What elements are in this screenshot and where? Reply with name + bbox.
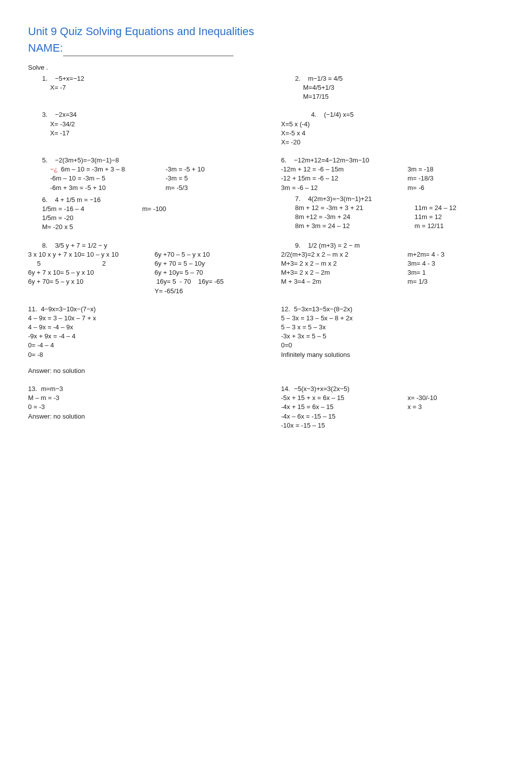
problem-step: -5x + 15 + x = 6x – 15: [281, 394, 378, 403]
problem-step: 2/2(m+3)=2 x 2 – m x 2: [281, 250, 378, 259]
problem-step: 8m + 3m = 24 – 12: [295, 222, 385, 231]
warning-icon: −¿: [50, 165, 58, 173]
page-title: Unit 9 Quiz Solving Equations and Inequa…: [28, 24, 504, 40]
problem-step: M=17/15: [303, 92, 504, 101]
problem-number: 7.: [295, 194, 306, 204]
problem-number: 8.: [42, 241, 53, 250]
problem-step: -12 + 15m = -6 – 12: [281, 174, 378, 183]
problem-answer: Answer: no solution: [28, 366, 251, 375]
problem-4: 4. (−1/4) x=5 X=5 x (-4) X=-5 x 4 X= -20: [281, 110, 504, 147]
problem-14: 14. −5(x−3)+x=3(2x−5) -5x + 15 + x = 6x …: [281, 384, 504, 430]
problem-number: 12.: [281, 305, 292, 314]
problem-6a-7: 6. −12m+12=4−12m−3m−10 -12m + 12 = -6 – …: [281, 156, 504, 232]
problem-step: 1/5m = -16 – 4 m= -100: [42, 205, 251, 214]
problem-3: 3. −2x=34 X= -34/2 X= -17: [28, 110, 251, 147]
problem-number: 2.: [295, 74, 306, 83]
problem-step: -4x – 6x = -15 – 15: [281, 412, 378, 421]
equation: m−1/3 = 4/5: [308, 74, 343, 83]
equation: 5−3x=13−5x−(8−2x): [294, 305, 353, 314]
problem-8: 8. 3/5 y + 7 = 1/2 − y 3 x 10 x y + 7 x …: [28, 241, 251, 296]
problem-step: 3 x 10 x y + 7 x 10= 10 – y x 10: [28, 250, 125, 259]
problem-number: 3.: [42, 110, 53, 119]
problem-step: m= -6: [408, 183, 504, 192]
problem-answer: Infinitely many solutions: [281, 350, 504, 359]
equation: 4(2m+3)=−3(m−1)+21: [308, 194, 372, 204]
problem-step: -12m + 12 = -6 – 15m: [281, 165, 378, 174]
problem-6b: 6. 4 + 1/5 m = −16 1/5m = -16 – 4 m= -10…: [28, 196, 251, 232]
worksheet-page: Unit 9 Quiz Solving Equations and Inequa…: [0, 0, 532, 780]
problem-step: m= -5/3: [166, 183, 251, 192]
equation: 4−9x=3−10x−(7−x): [41, 305, 96, 314]
problem-11: 11. 4−9x=3−10x−(7−x) 4 – 9x = 3 – 10x – …: [28, 305, 251, 375]
problem-step: 3m = -18: [408, 165, 504, 174]
spacer: [28, 359, 251, 366]
problem-step: Y= -65/16: [155, 287, 251, 296]
problem-step: M=4/5+1/3: [303, 83, 504, 92]
problem-step: 4 – 9x = 3 – 10x – 7 + x: [28, 314, 251, 323]
problem-step: 11m = 12: [415, 213, 504, 222]
problem-step: -9x + 9x = -4 – 4: [28, 332, 251, 341]
problem-number: 13.: [28, 384, 39, 394]
problem-number: 6.: [42, 196, 53, 205]
problem-step: 8m + 12 = -3m + 3 + 21: [295, 204, 385, 213]
problem-step: m= 1/3: [408, 277, 504, 286]
problem-step: X= -7: [50, 83, 251, 92]
problem-step: -6m – 10 = -3m – 5: [50, 174, 136, 183]
problem-step: X=-5 x 4: [281, 129, 504, 138]
problem-step: X= -17: [50, 129, 251, 138]
problem-step: X= -34/2: [50, 120, 251, 129]
problem-2: 2. m−1/3 = 4/5 M=4/5+1/3 M=17/15: [281, 74, 504, 102]
problem-number: 11.: [28, 305, 39, 314]
problem-step: 1/5m = -20: [42, 214, 251, 223]
problem-step: 0=0: [281, 341, 504, 350]
problem-12: 12. 5−3x=13−5x−(8−2x) 5 – 3x = 13 – 5x –…: [281, 305, 504, 375]
problems-grid: 1. −5+x=−12 X= -7 2. m−1/3 = 4/5 M=4/5+1…: [28, 74, 504, 430]
problem-step: -4x + 15 = 6x – 15: [281, 403, 378, 412]
name-blank[interactable]: [63, 47, 233, 56]
problem-number: 4.: [311, 110, 322, 119]
problem-step: M= -20 x 5: [42, 223, 251, 232]
equation: −12m+12=4−12m−3m−10: [294, 156, 369, 165]
problem-step: -3m = 5: [166, 174, 251, 183]
problem-step: -3m = -5 + 10: [166, 165, 251, 174]
problem-step: m= -18/3: [408, 174, 504, 183]
equation: 1/2 (m+3) = 2 − m: [308, 241, 360, 250]
problem-step: 6y + 7 x 10= 5 – y x 10: [28, 268, 125, 277]
problem-number: 6.: [281, 156, 292, 165]
equation: (−1/4) x=5: [324, 110, 354, 119]
problem-step: m = 12/11: [415, 222, 504, 231]
equation: 3/5 y + 7 = 1/2 − y: [55, 241, 107, 250]
problem-step: 3m = -6 – 12: [281, 183, 378, 192]
solve-heading: Solve .: [28, 63, 504, 72]
problem-step: 0= -4 – 4: [28, 341, 251, 350]
problem-number: 5.: [42, 156, 53, 165]
problem-5: 5. −2(3m+5)=−3(m−1)−8 −¿−¿ 6m – 10 = -3m…: [28, 156, 251, 232]
problem-step: 6y +70 – 5 – y x 10: [155, 250, 251, 259]
problem-step: M + 3=4 – 2m: [281, 277, 378, 286]
problem-step: -3x + 3x = 5 – 5: [281, 332, 504, 341]
problem-9: 9. 1/2 (m+3) = 2 − m 2/2(m+3)=2 x 2 – m …: [281, 241, 504, 296]
equation: −2x=34: [55, 110, 77, 119]
problem-step: M+3= 2 x 2 – 2m: [281, 268, 378, 277]
problem-1: 1. −5+x=−12 X= -7: [28, 74, 251, 102]
problem-step: 5 2: [28, 259, 125, 268]
problem-step: 6y + 70= 5 – y x 10: [28, 277, 125, 286]
problem-step: 16y= 5 - 70 16y= -65: [155, 277, 251, 286]
problem-step: x= -30/-10: [408, 394, 504, 403]
problem-step: 6y + 10y= 5 – 70: [155, 268, 251, 277]
equation: −2(3m+5)=−3(m−1)−8: [55, 156, 119, 165]
problem-step: 0 = -3: [28, 403, 251, 412]
problem-step: -10x = -15 – 15: [281, 421, 378, 430]
name-line: NAME:: [28, 41, 504, 56]
problem-step: −¿−¿ 6m – 10 = -3m + 3 – 86m – 10 = -3m …: [50, 165, 136, 174]
problem-step: 5 – 3 x = 5 – 3x: [281, 323, 504, 332]
problem-answer: Answer: no solution: [28, 412, 251, 421]
equation: −5(x−3)+x=3(2x−5): [294, 384, 350, 394]
problem-step: M – m = -3: [28, 394, 251, 403]
problem-step: 11m = 24 – 12: [415, 204, 504, 213]
problem-step: 0= -8: [28, 350, 251, 359]
problem-step: m+2m= 4 - 3: [408, 250, 504, 259]
equation: −5+x=−12: [55, 74, 85, 83]
problem-number: 9.: [295, 241, 306, 250]
problem-number: 1.: [42, 74, 53, 83]
